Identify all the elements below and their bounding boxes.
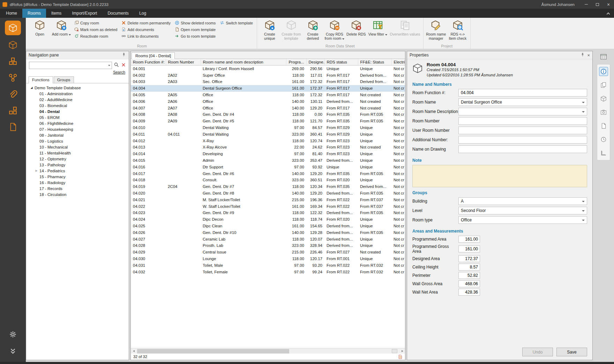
column-header-rds-status[interactable]: RDS status [324,59,358,66]
expander-collapsed-icon[interactable]: ▶ [35,169,38,172]
mark-room-as-deleted-button[interactable]: Mark room as deleted [73,26,119,33]
designed-area-field[interactable] [458,255,480,262]
report-page-icon[interactable] [398,355,403,359]
rooms-document-tab[interactable]: Rooms [04 - Dental] [132,52,175,59]
search-link[interactable]: Search [30,70,125,74]
room-name-field[interactable]: Dental Surgeon Office [458,98,587,106]
ceiling-height-field[interactable] [458,264,480,271]
go-to-room-template-button[interactable]: Go to room template [173,33,217,39]
room-type-field[interactable]: Office [458,216,587,224]
tab-functions[interactable]: Functions [29,76,53,83]
delete-room-permanently-button[interactable]: Delete room permanently [120,20,172,26]
tree-item-13-pathology[interactable]: 13 - Pathology [27,162,128,168]
open-room-template-button[interactable]: Open room template [173,26,217,33]
table-row[interactable]: 04.026Gen. Dent. Dtr #10140.00129.28Deri… [131,229,405,236]
column-header-electri[interactable]: Electri... [391,59,405,66]
table-row[interactable]: 04.0192C04Gen. Dent. Dtr #7118.00120.34F… [131,183,405,190]
room-function-field[interactable] [458,89,587,97]
search-input[interactable] [29,62,112,69]
table-row[interactable]: 04.021M. Staff Locker/Toilet215.00196.36… [131,196,405,203]
add-documents-button[interactable]: Add documents [120,26,172,33]
table-row[interactable]: 04.028Prosth. Lab323.00328.94Derived fro… [131,242,405,249]
table-row[interactable]: 04.023Gen. Dent. Dtr #9118.00122.32Deriv… [131,210,405,216]
tree-item-02-adultmedicine[interactable]: 02 - AdultMedicine [27,97,128,103]
table-row[interactable]: 04.027Ceramic Lab118.00120.07Derived fro… [131,236,405,242]
column-header-designe[interactable]: Designe... [306,59,324,66]
note-field[interactable] [412,165,587,187]
tree-item-16-radiology[interactable]: 16 - Radiology [27,180,128,185]
tree-item-12-optometry[interactable]: 12 - Optometry [27,156,128,162]
link-to-documents-button[interactable]: Link to documents [120,33,172,39]
room-name-manager-button[interactable]: Room name manager [425,18,447,44]
tab-groups[interactable]: Groups [54,76,74,83]
room-name-description-field[interactable] [458,108,587,115]
files-icon[interactable] [599,121,608,130]
copy-room-button[interactable]: Copy room [73,20,119,26]
maximize-button[interactable] [592,0,603,9]
table-row[interactable]: 04.022W. Staff Locker/Toilet161.00169.34… [131,203,405,210]
close-pane-icon[interactable]: × [587,53,590,58]
view-filter-button[interactable]: View filter [367,18,389,44]
table-row[interactable]: 04.014Developing97.0081.40From RT.023Uni… [131,151,405,157]
scroll-left-icon[interactable] [131,350,136,352]
close-button[interactable]: × [603,0,614,9]
tree-item-08-janitorial[interactable]: 08 - Janitorial [27,132,128,138]
building-field[interactable]: A [458,197,587,205]
table-row[interactable]: 04.015Admin323.00353.47Derived from...Un… [131,157,405,164]
pin-icon[interactable] [580,52,585,58]
tree-item-10-mechanical[interactable]: 10 - Mechanical [27,144,128,150]
delete-rds-button[interactable]: Delete RDS [345,18,367,44]
tree-item-15-pharmacy[interactable]: 15 - Pharmacy [27,174,128,180]
table-row[interactable]: 04.01104.011Dental Waiting323.00360.41Fr… [131,131,405,137]
table-row[interactable]: 04.024Dipc Decon118.00118.74From RT.020U… [131,216,405,223]
switch-template-button[interactable]: Switch template [218,20,255,26]
tree-item-14-pediatrics[interactable]: ▶14 - Pediatrics [27,168,128,174]
programmed-gross-area-field[interactable] [458,245,480,252]
tree-item-07-housekeeping[interactable]: 07 - Housekeeping [27,126,128,132]
collapse-chevrons-icon[interactable] [5,344,21,358]
settings-gear-icon[interactable] [5,328,21,341]
perimeter-field[interactable] [458,272,480,279]
minimize-button[interactable] [581,0,592,9]
table-row[interactable]: 04.0022A02Super Office118.00117.01From R… [131,72,405,78]
menu-tab-import-export[interactable]: Import/Export [67,9,102,18]
column-header-room-function[interactable]: Room Function #: [131,59,166,66]
room-cube-icon[interactable] [5,38,21,52]
programmed-area-field[interactable] [458,236,480,243]
table-row[interactable]: 04.0092A09Gen. Dent. Dtr #5118.00121.70F… [131,118,405,124]
chevron-down-icon[interactable] [108,65,110,66]
table-row[interactable]: 04.0052A05Office118.00172.32From RT.017N… [131,92,405,98]
user-room-number-field[interactable] [458,127,587,134]
wall-gross-area-field[interactable] [458,280,480,287]
table-row[interactable]: 04.016Dtr Support97.0093.92UniqueUniqueN… [131,164,405,170]
table-row[interactable]: 04.013X-Ray Alcove22.0024.62From RT.023N… [131,144,405,151]
search-icon[interactable] [114,62,119,69]
attachments-module-icon[interactable] [5,88,21,101]
items-module-icon[interactable] [5,55,21,68]
room-small-icon[interactable] [599,94,608,103]
column-header-room-name-and-room-description[interactable]: Room name and room description [201,59,286,66]
documents-module-icon[interactable] [5,120,21,134]
column-header-progra[interactable]: Progra... [286,59,306,66]
menu-tab-home[interactable]: Home [1,9,22,18]
additional-number-field[interactable] [458,136,587,144]
menu-tab-items[interactable]: Items [46,9,67,18]
systems-module-icon[interactable] [5,71,21,84]
room-number-field[interactable] [458,117,587,125]
table-row[interactable]: 04.029Central Issue215.00226.46From RT.0… [131,249,405,256]
table-row[interactable]: 04.004Dental Surgeon Office161.00172.37F… [131,85,405,92]
column-header-room-number[interactable]: Room Number [166,59,201,66]
tree-item-05-erom[interactable]: 05 - EROM [27,114,128,120]
show-deleted-rooms-button[interactable]: Show deleted rooms [173,20,217,26]
rooms-module-icon[interactable] [5,21,21,35]
open-button[interactable]: Open [29,18,51,44]
table-row[interactable]: 04.001Library / Conf. Room Hassell269.00… [131,66,405,72]
history-clock-icon[interactable] [599,135,608,144]
table-row[interactable]: 04.010Dental Waiting97.0084.57From RT.02… [131,124,405,131]
table-row[interactable]: 04.032Toliet, Female97.0099.24From RT.02… [131,268,405,275]
clear-search-icon[interactable] [121,62,126,68]
tree-item-04-dental[interactable]: 04 - Dental [27,108,128,114]
measure-ruler-icon[interactable] [599,149,608,158]
level-field[interactable]: Second Floor [458,207,587,214]
save-button[interactable]: Save [556,348,587,356]
